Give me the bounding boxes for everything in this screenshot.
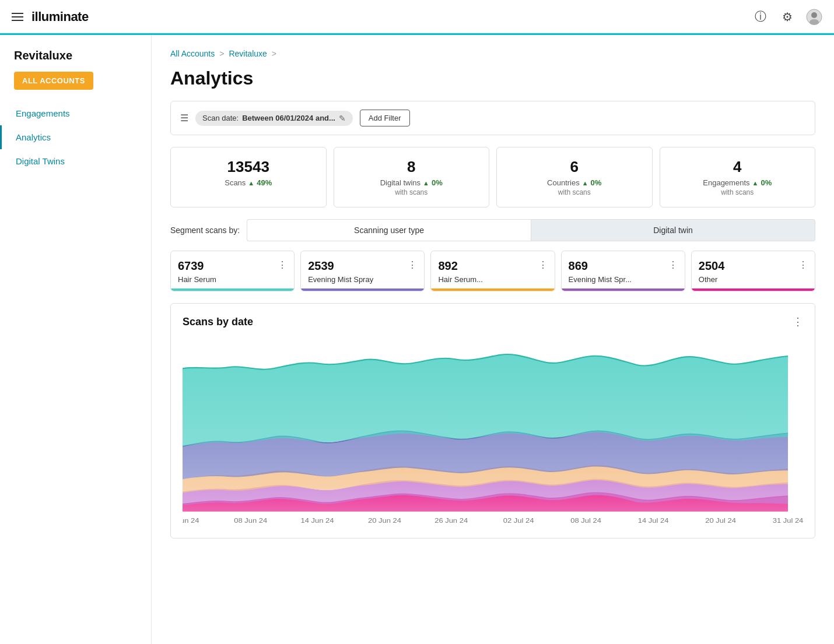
dt-card-bar-3 [431,288,554,291]
navbar-left: illuminate [12,9,89,24]
segment-bar: Segment scans by: Scanning user type Dig… [170,219,815,241]
breadcrumb-sep-2: > [272,49,276,58]
stat-card-engagements: 4 Engagements ▲ 0% with scans [660,147,816,207]
settings-icon[interactable]: ⚙ [779,9,796,25]
dt-card-name-2: Evening Mist Spray [308,275,417,284]
stat-number-scans: 13543 [180,158,317,176]
stat-arrow-engagements: ▲ [752,180,759,186]
stat-sub-countries: with scans [506,188,643,196]
breadcrumb: All Accounts > Revitaluxe > [170,49,815,58]
sidebar-item-digital-twins[interactable]: Digital Twins [0,149,151,173]
logo: illuminate [31,9,89,24]
account-name: Revitaluxe [0,49,151,72]
sidebar: Revitaluxe ALL ACCOUNTS Engagements Anal… [0,35,152,644]
stat-number-countries: 6 [506,158,643,176]
svg-text:20 Jun 24: 20 Jun 24 [368,517,401,524]
account-icon[interactable] [806,9,822,25]
dt-card-hair-serum: 6739 ⋮ Hair Serum [170,251,295,291]
navbar-right: ⓘ ⚙ [752,9,822,25]
stat-card-digital-twins: 8 Digital twins ▲ 0% with scans [334,147,490,207]
segment-option-digital-twin[interactable]: Digital twin [531,219,815,241]
stat-label-text-countries: Countries [547,178,580,187]
stat-number-engagements: 4 [670,158,806,176]
svg-text:08 Jul 24: 08 Jul 24 [570,517,601,524]
svg-point-1 [811,12,817,18]
stat-label-text: Scans [225,178,246,187]
dt-card-bar-2 [301,288,424,291]
hamburger-icon[interactable] [12,13,23,21]
chart-header: Scans by date ⋮ [183,315,803,328]
svg-text:14 Jun 24: 14 Jun 24 [301,517,334,524]
stat-card-countries: 6 Countries ▲ 0% with scans [496,147,653,207]
dt-card-menu-4[interactable]: ⋮ [668,259,678,270]
stat-label-countries: Countries ▲ 0% [506,178,643,187]
page-title: Analytics [170,68,815,89]
dt-card-menu-1[interactable]: ⋮ [278,259,287,270]
dt-card-count-1: 6739 [178,259,204,273]
svg-text:01 Jun 24: 01 Jun 24 [183,517,199,524]
breadcrumb-revitaluxe[interactable]: Revitaluxe [229,49,267,58]
svg-text:26 Jun 24: 26 Jun 24 [434,517,468,524]
chart-svg-wrapper: 01 Jun 24 08 Jun 24 14 Jun 24 20 Jun 24 … [183,337,803,526]
svg-text:14 Jul 24: 14 Jul 24 [638,517,669,524]
svg-point-2 [810,19,819,25]
segment-label: Segment scans by: [170,226,240,235]
stat-label-engagements: Engagements ▲ 0% [670,178,806,187]
svg-text:31 Jul 24: 31 Jul 24 [773,517,803,524]
stat-sub-dt: with scans [344,188,480,196]
filter-bar: ☰ Scan date: Between 06/01/2024 and... ✎… [170,101,815,135]
dt-card-name-3: Hair Serum... [438,275,547,284]
main-content: All Accounts > Revitaluxe > Analytics ☰ … [152,35,834,644]
chart-svg: 01 Jun 24 08 Jun 24 14 Jun 24 20 Jun 24 … [183,337,803,524]
stat-arrow-scans: ▲ [248,180,254,186]
stat-label-text-dt: Digital twins [380,178,420,187]
stat-arrow-dt: ▲ [423,180,429,186]
dt-card-name-5: Other [699,275,808,284]
segment-option-user-type[interactable]: Scanning user type [247,219,531,241]
dt-card-evening-mist-2: 869 ⋮ Evening Mist Spr... [561,251,685,291]
sidebar-nav: Engagements Analytics Digital Twins [0,101,151,173]
stat-label-scans: Scans ▲ 49% [180,178,317,187]
stat-pct-scans: 49% [257,178,272,187]
sidebar-item-engagements[interactable]: Engagements [0,101,151,125]
dt-card-bar-1 [171,288,294,291]
help-icon[interactable]: ⓘ [752,9,769,25]
dt-card-name-4: Evening Mist Spr... [569,275,678,284]
chart-container: Scans by date ⋮ [170,303,815,539]
dt-card-menu-2[interactable]: ⋮ [408,259,417,270]
svg-text:02 Jul 24: 02 Jul 24 [503,517,534,524]
dt-card-evening-mist: 2539 ⋮ Evening Mist Spray [300,251,425,291]
svg-text:20 Jul 24: 20 Jul 24 [705,517,736,524]
breadcrumb-all-accounts[interactable]: All Accounts [170,49,215,58]
chart-title: Scans by date [183,316,253,328]
dt-card-bar-4 [562,288,685,291]
dt-card-other: 2504 ⋮ Other [691,251,815,291]
dt-card-name-1: Hair Serum [178,275,287,284]
stat-number-dt: 8 [344,158,480,176]
dt-card-menu-3[interactable]: ⋮ [538,259,548,270]
stat-sub-engagements: with scans [670,188,806,196]
add-filter-button[interactable]: Add Filter [360,110,410,126]
stat-arrow-countries: ▲ [582,180,588,186]
dt-cards: 6739 ⋮ Hair Serum 2539 ⋮ Evening Mist Sp… [170,251,815,291]
stat-pct-dt: 0% [432,178,443,187]
dt-card-count-5: 2504 [699,259,725,273]
stat-pct-countries: 0% [591,178,602,187]
layout: Revitaluxe ALL ACCOUNTS Engagements Anal… [0,35,834,644]
stat-label-dt: Digital twins ▲ 0% [344,178,480,187]
breadcrumb-sep-1: > [219,49,224,58]
all-accounts-button[interactable]: ALL ACCOUNTS [14,72,93,90]
dt-card-menu-5[interactable]: ⋮ [798,259,808,270]
sidebar-item-analytics[interactable]: Analytics [0,125,151,149]
filter-icon: ☰ [180,112,188,124]
navbar: illuminate ⓘ ⚙ [0,0,834,35]
filter-edit-icon[interactable]: ✎ [339,114,346,123]
dt-card-hair-serum-2: 892 ⋮ Hair Serum... [430,251,555,291]
stat-pct-engagements: 0% [761,178,772,187]
svg-text:08 Jun 24: 08 Jun 24 [234,517,267,524]
filter-chip[interactable]: Scan date: Between 06/01/2024 and... ✎ [195,111,353,126]
dt-card-count-4: 869 [569,259,588,273]
stats-grid: 13543 Scans ▲ 49% 8 Digital twins ▲ 0% w… [170,147,815,207]
chart-menu[interactable]: ⋮ [793,315,803,328]
stat-card-scans: 13543 Scans ▲ 49% [170,147,327,207]
